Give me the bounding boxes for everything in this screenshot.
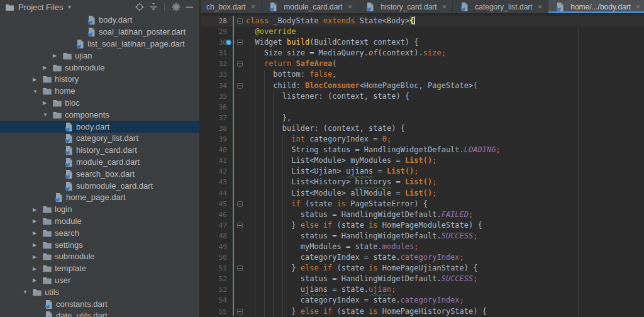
tree-item-user[interactable]: ▶user [0,275,199,287]
code-line-33[interactable]: 33 bottom: false, [201,69,644,80]
tree-item-login[interactable]: ▶login [0,204,199,216]
tree-item-body.dart[interactable]: body.dart [0,121,199,133]
close-tab-icon[interactable]: × [538,4,543,10]
tree-item-submodule_card.dart[interactable]: submodule_card.dart [0,180,199,192]
fold-marker-icon[interactable]: − [237,40,243,45]
code-line-54[interactable]: 54 categoryIndex = state.categoryIndex; [201,295,644,306]
gutter-cell [227,155,246,166]
tree-item-history[interactable]: ▶history [0,74,199,86]
chevron-collapsed-icon[interactable]: ▶ [33,77,42,82]
tab-home/.../body.dart[interactable]: home/.../body.dart× [548,0,644,13]
chevron-collapsed-icon[interactable]: ▶ [33,218,42,224]
tree-item-constants.dart[interactable]: constants.dart [0,298,199,310]
chevron-collapsed-icon[interactable]: ▶ [43,100,52,106]
code-line-32[interactable]: 32− return SafeArea( [201,58,644,69]
tree-item-bloc[interactable]: ▶bloc [0,97,199,109]
tree-item-settings[interactable]: ▶settings [0,239,199,251]
code-line-47[interactable]: 47− } else if (state is HomePageModuleSt… [201,220,644,231]
code-line-55[interactable]: 55− } else if (state is HomePageHistoryS… [201,306,644,317]
tab-module_card.dart[interactable]: module_card.dart× [262,0,358,13]
tab-label: ch_box.dart [206,3,246,11]
gutter-cell [227,69,246,80]
tree-item-label: category_list.dart [76,134,138,143]
tree-item-home_page.dart[interactable]: home_page.dart [0,192,199,204]
tree-item-template[interactable]: ▶template [0,263,199,275]
tree-item-body.dart[interactable]: body.dart [0,14,199,26]
code-line-31[interactable]: 31 Size size = MediaQuery.of(context).si… [201,48,644,58]
tree-item-module[interactable]: ▶module [0,216,199,228]
hide-panel-icon[interactable] [184,2,195,12]
collapse-all-icon[interactable] [148,2,158,12]
tree-item-home[interactable]: ▼home [0,86,199,97]
close-tab-icon[interactable]: × [348,4,353,10]
chevron-down-icon[interactable]: ▼ [67,4,72,10]
panel-title[interactable]: Project Files [18,3,64,12]
code-line-45[interactable]: 45− if (state is PageStateError) { [201,199,644,209]
code-line-46[interactable]: 46 status = HandlingWidgetDefault.FAILED… [201,209,644,220]
dart-file-icon [63,182,74,191]
code-line-30[interactable]: 30o↑− Widget build(BuildContext context)… [201,37,644,48]
chevron-expanded-icon[interactable]: ▼ [23,289,31,295]
code-line-35[interactable]: 35 listener: (context, state) { [201,91,644,102]
editor[interactable]: 28−class _BodyState extends State<Body>{… [201,14,644,317]
tree-item-ujian[interactable]: ▶ujian [0,50,199,62]
tree-item-label: module_card.dart [76,158,140,167]
fold-marker-icon[interactable]: − [237,201,243,207]
tree-item-label: body.dart [76,123,109,131]
code-line-42[interactable]: 42 List<Ujian> ujians = List(); [201,166,644,177]
code-line-28[interactable]: 28−class _BodyState extends State<Body>{ [201,16,644,26]
code-line-48[interactable]: 48 status = HandlingWidgetDefault.SUCCES… [201,231,644,242]
fold-marker-icon[interactable]: − [237,265,243,271]
fold-marker-icon[interactable]: − [237,61,243,67]
tree-item-category_list.dart[interactable]: category_list.dart [0,133,199,145]
code-line-50[interactable]: 50 categoryIndex = state.categoryIndex; [201,252,644,263]
tree-item-components[interactable]: ▼components [0,109,199,121]
tree-item-date_utils.dart[interactable]: date_utils.dart [0,310,199,317]
settings-gear-icon[interactable] [170,2,181,12]
code-line-52[interactable]: 52 status = HandlingWidgetDefault.SUCCES… [201,274,644,284]
chevron-expanded-icon[interactable]: ▼ [43,112,52,118]
chevron-collapsed-icon[interactable]: ▶ [33,207,42,213]
chevron-expanded-icon[interactable]: ▼ [33,89,42,94]
code-line-38[interactable]: 38 builder: (context, state) { [201,123,644,134]
fold-marker-icon[interactable]: − [237,83,243,89]
chevron-collapsed-icon[interactable]: ▶ [53,53,62,58]
fold-marker-icon[interactable]: − [237,18,243,24]
code-line-44[interactable]: 44 List<Module> allModule = List(); [201,188,644,199]
code-line-41[interactable]: 41 List<Module> myModules = List(); [201,155,644,166]
tree-item-history_card.dart[interactable]: history_card.dart [0,145,199,157]
chevron-collapsed-icon[interactable]: ▶ [33,277,42,283]
chevron-collapsed-icon[interactable]: ▶ [33,230,42,236]
code-line-37[interactable]: 37 }, [201,113,644,123]
tab-category_list.dart[interactable]: category_list.dart× [453,0,548,13]
code-line-49[interactable]: 49 myModules = state.modules; [201,242,644,252]
tree-item-utils[interactable]: ▼utils [0,286,199,298]
tree-item-soal_latihan_poster.dart[interactable]: soal_latihan_poster.dart [0,26,199,38]
code-line-40[interactable]: 40 String status = HandlingWidgetDefault… [201,145,644,155]
code-line-39[interactable]: 39 int categoryIndex = 0; [201,134,644,145]
chevron-collapsed-icon[interactable]: ▶ [33,254,42,260]
tree-item-submodule[interactable]: ▶submodule [0,251,199,263]
chevron-collapsed-icon[interactable]: ▶ [33,242,42,248]
fold-marker-icon[interactable]: − [237,223,243,228]
close-tab-icon[interactable]: × [636,4,641,10]
tree-item-list_soal_latihan_page.dart[interactable]: list_soal_latihan_page.dart [0,38,199,50]
code-line-43[interactable]: 43 List<History> historys = List(); [201,177,644,187]
tree-item-search_box.dart[interactable]: search_box.dart [0,168,199,180]
locate-icon[interactable] [134,2,145,12]
tree-item-submodule[interactable]: ▶submodule [0,62,199,74]
code-line-29[interactable]: 29 @override [201,26,644,37]
tree-item-module_card.dart[interactable]: module_card.dart [0,157,199,169]
close-tab-icon[interactable]: × [251,4,256,10]
code-line-53[interactable]: 53 ujians = state.ujian; [201,284,644,295]
tab-history_card.dart[interactable]: history_card.dart× [358,0,453,13]
tab-ch_box.dart[interactable]: ch_box.dart× [201,0,262,13]
fold-marker-icon[interactable]: − [237,309,243,314]
close-tab-icon[interactable]: × [442,4,447,10]
tree-item-search[interactable]: ▶search [0,227,199,239]
code-line-51[interactable]: 51− } else if (state is HomePageUjianSta… [201,263,644,274]
chevron-collapsed-icon[interactable]: ▶ [43,65,52,70]
code-line-34[interactable]: 34− child: BlocConsumer<HomePageBloc, Pa… [201,81,644,91]
code-line-36[interactable]: 36 [201,102,644,113]
chevron-collapsed-icon[interactable]: ▶ [33,266,42,272]
